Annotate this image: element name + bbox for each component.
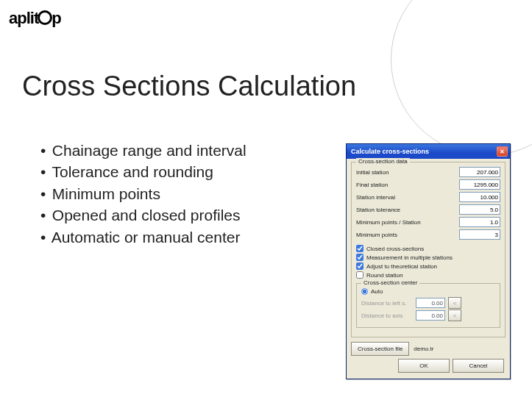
close-icon: ✕: [500, 149, 505, 155]
cross-section-file-button[interactable]: Cross-section file: [351, 342, 409, 356]
logo-ring-icon: [38, 10, 52, 25]
calculate-cross-sections-dialog: Calculate cross-sections ✕ Cross-section…: [346, 143, 511, 379]
cross-section-data-group: Cross-section data Initial station Final…: [351, 162, 506, 337]
adjust-station-checkbox[interactable]: [356, 262, 363, 270]
station-tolerance-input[interactable]: [459, 204, 500, 215]
min-points-sta-input[interactable]: [459, 217, 500, 227]
final-station-input[interactable]: [459, 179, 500, 190]
group-legend: Cross-section data: [356, 158, 410, 165]
station-interval-input[interactable]: [459, 192, 500, 202]
min-points-sta-label: Minimum points / Station: [356, 219, 459, 226]
dist-left-pick-button[interactable]: <: [448, 297, 461, 309]
dist-axis-input[interactable]: [416, 310, 445, 321]
brand-logo: aplitp: [9, 9, 61, 28]
adjust-station-label: Adjust to theoretical station: [366, 263, 437, 270]
dialog-title: Calculate cross-sections: [351, 148, 429, 155]
auto-center-radio[interactable]: [361, 288, 368, 295]
initial-station-label: Initial station: [356, 169, 459, 176]
close-button[interactable]: ✕: [497, 146, 508, 157]
decorative-arc: [391, 0, 532, 156]
center-legend: Cross-section center: [361, 279, 419, 286]
closed-cs-label: Closed cross-sections: [366, 246, 424, 252]
dist-left-label: Distance to left s.: [361, 300, 413, 307]
cancel-button[interactable]: Cancel: [453, 359, 504, 373]
list-item: • Automatic or manual center: [40, 226, 247, 248]
min-points-label: Minimum points: [356, 232, 459, 238]
station-tolerance-label: Station tolerance: [356, 207, 459, 213]
list-item: • Chainage range and interval: [40, 140, 247, 161]
logo-text-part1: aplit: [9, 9, 38, 27]
list-item: • Tolerance and rounding: [40, 161, 247, 182]
dialog-titlebar[interactable]: Calculate cross-sections ✕: [347, 144, 510, 159]
multiple-sta-label: Measurement in multiple stations: [366, 254, 453, 261]
dist-axis-pick-button[interactable]: <: [448, 310, 461, 321]
round-station-checkbox[interactable]: [356, 271, 363, 279]
list-item: • Opened and closed profiles: [40, 204, 247, 226]
multiple-sta-checkbox[interactable]: [356, 254, 363, 261]
min-points-input[interactable]: [459, 229, 500, 240]
page-title: Cross Sections Calculation: [22, 71, 356, 102]
cross-section-file-name: demo.tr: [412, 346, 506, 352]
round-station-label: Round station: [366, 272, 402, 279]
auto-center-label: Auto: [371, 288, 383, 295]
final-station-label: Final station: [356, 182, 459, 188]
dist-axis-label: Distance to axis: [361, 312, 413, 319]
initial-station-input[interactable]: [459, 167, 500, 177]
logo-text-part2: p: [52, 9, 60, 27]
ok-button[interactable]: OK: [398, 359, 450, 373]
list-item: • Minimum points: [40, 183, 247, 204]
closed-cs-checkbox[interactable]: [356, 245, 363, 252]
cross-section-center-group: Cross-section center Auto Distance to le…: [356, 283, 500, 328]
bullet-list: • Chainage range and interval • Toleranc…: [40, 140, 247, 248]
station-interval-label: Station interval: [356, 194, 459, 201]
dist-left-input[interactable]: [416, 298, 445, 308]
